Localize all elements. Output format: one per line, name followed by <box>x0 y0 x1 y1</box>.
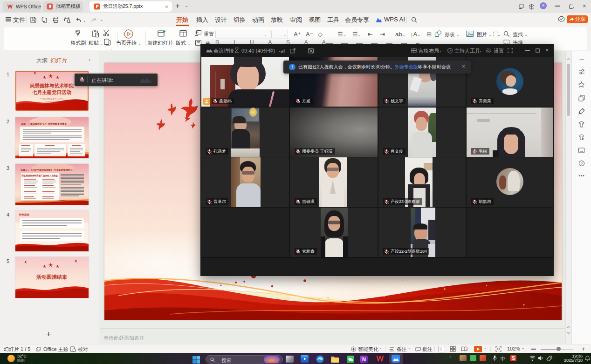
svg-text:审批通道图体经济建工咨询务人员精益: 审批通道图体经济建工咨询务人员精益 <box>21 174 58 177</box>
svg-text:议题一：重温梅州市"7.4" 抗洪抢险英烈事迹: 议题一：重温梅州市"7.4" 抗洪抢险英烈事迹 <box>21 122 67 126</box>
svg-text:广州设计师协会微信公众平台: 广州设计师协会微信公众平台 <box>40 98 64 100</box>
svg-text:2025年7月18日: 2025年7月18日 <box>45 101 58 103</box>
svg-text:活动圆满结束: 活动圆满结束 <box>36 274 67 280</box>
svg-text:七月主题党日活动: 七月主题党日活动 <box>32 89 72 95</box>
svg-text:特色活动: 特色活动 <box>19 213 30 216</box>
svg-text:?: ? <box>581 162 583 166</box>
svg-text:议题二：《习近平谈治国理政》 中央民某奖项学习: 议题二：《习近平谈治国理政》 中央民某奖项学习 <box>21 169 72 172</box>
svg-text:风景园林与艺术学院: 风景园林与艺术学院 <box>29 83 74 88</box>
